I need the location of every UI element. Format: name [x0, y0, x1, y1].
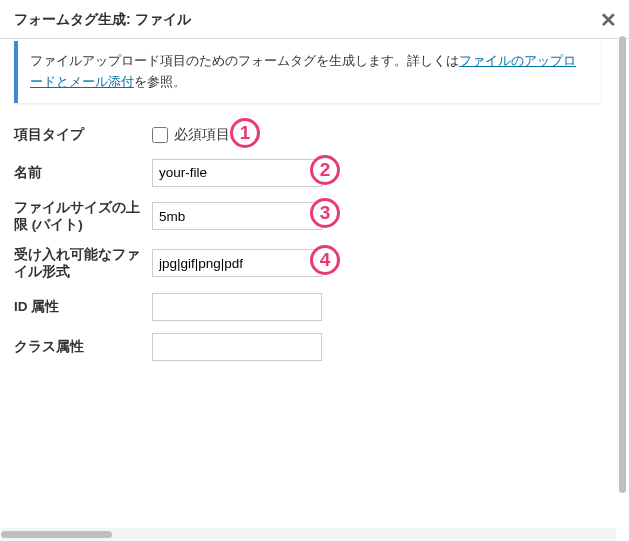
name-input[interactable] — [152, 159, 322, 187]
row-class: クラス属性 — [14, 327, 600, 367]
close-icon[interactable]: ✕ — [600, 8, 617, 32]
horizontal-scrollbar[interactable] — [1, 528, 616, 541]
notice-text-1: ファイルアップロード項目のためのフォームタグを生成します。詳しくは — [30, 53, 459, 68]
filetypes-input[interactable] — [152, 249, 322, 277]
label-item-type: 項目タイプ — [14, 126, 152, 144]
row-limit: ファイルサイズの上限 (バイト) 3 — [14, 193, 600, 240]
vertical-scroll-thumb[interactable] — [619, 36, 626, 493]
notice-text-2: を参照。 — [134, 74, 186, 89]
label-name: 名前 — [14, 164, 152, 182]
row-filetypes: 受け入れ可能なファイル形式 4 — [14, 240, 600, 287]
info-notice: ファイルアップロード項目のためのフォームタグを生成します。詳しくはファイルのアッ… — [14, 41, 600, 103]
label-id: ID 属性 — [14, 298, 152, 316]
vertical-scrollbar[interactable] — [616, 36, 628, 527]
id-input[interactable] — [152, 293, 322, 321]
required-checkbox[interactable] — [152, 127, 168, 143]
row-name: 名前 2 — [14, 153, 600, 193]
required-label: 必須項目 — [174, 126, 230, 144]
row-id: ID 属性 — [14, 287, 600, 327]
label-class: クラス属性 — [14, 338, 152, 356]
annotation-1-icon: 1 — [230, 118, 260, 148]
label-filetypes: 受け入れ可能なファイル形式 — [14, 246, 152, 281]
row-item-type: 項目タイプ 必須項目 1 — [14, 117, 600, 153]
modal-body: ファイルアップロード項目のためのフォームタグを生成します。詳しくはファイルのアッ… — [0, 33, 614, 526]
class-input[interactable] — [152, 333, 322, 361]
horizontal-scroll-thumb[interactable] — [1, 531, 112, 538]
modal-title: フォームタグ生成: ファイル — [14, 11, 191, 29]
limit-input[interactable] — [152, 202, 322, 230]
label-limit: ファイルサイズの上限 (バイト) — [14, 199, 152, 234]
